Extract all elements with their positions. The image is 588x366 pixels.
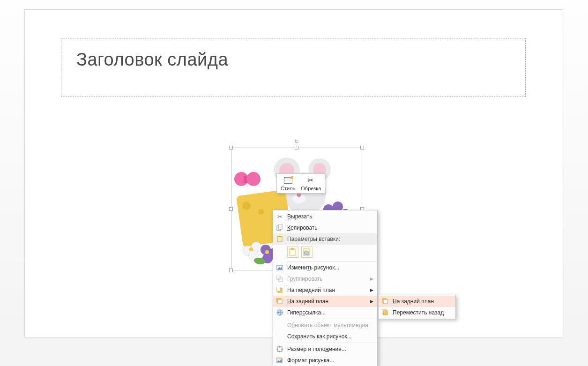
submenu-send-backward-label: Переместить назад bbox=[392, 309, 452, 316]
svg-rect-3 bbox=[279, 236, 281, 237]
svg-point-21 bbox=[281, 358, 283, 359]
menu-group-label: Группировать bbox=[286, 276, 367, 282]
group-icon bbox=[273, 276, 286, 282]
submenu-send-backward[interactable]: Переместить назад bbox=[379, 307, 455, 318]
mini-toolbar-crop-label: Обрезка bbox=[301, 186, 321, 191]
menu-group: Группировать ▶ bbox=[273, 273, 377, 284]
picture-style-icon bbox=[284, 177, 292, 184]
menu-paste-options-label: Параметры вставки: bbox=[286, 236, 373, 242]
submenu-arrow-icon: ▶ bbox=[367, 276, 373, 281]
svg-rect-14 bbox=[276, 287, 281, 291]
svg-rect-5 bbox=[291, 248, 294, 250]
hyperlink-icon bbox=[273, 309, 286, 316]
menu-format-picture[interactable]: Формат рисунка... bbox=[273, 355, 377, 366]
resize-handle-bottom-left[interactable] bbox=[229, 269, 233, 272]
menu-copy-label: опировать bbox=[290, 224, 318, 231]
send-to-back-submenu: На задний план Переместить назад bbox=[378, 295, 456, 319]
menu-change-picture[interactable]: Изменить рисунок... bbox=[273, 262, 377, 273]
scissors-icon: ✂ bbox=[273, 213, 286, 220]
copy-icon bbox=[273, 224, 286, 231]
context-menu: ✂ Вырезать Копировать Параметры вставки:… bbox=[273, 210, 378, 366]
resize-handle-top-right[interactable] bbox=[360, 146, 364, 149]
svg-rect-4 bbox=[290, 249, 295, 255]
menu-bring-to-front[interactable]: На передний план ▶ bbox=[273, 284, 377, 296]
menu-copy[interactable]: Копировать bbox=[273, 222, 377, 233]
svg-rect-12 bbox=[279, 278, 283, 282]
submenu-arrow-icon: ▶ bbox=[367, 288, 373, 292]
svg-rect-7 bbox=[305, 252, 308, 254]
resize-handle-mid-left[interactable] bbox=[229, 207, 233, 211]
size-position-icon bbox=[273, 346, 286, 352]
change-picture-icon bbox=[273, 264, 286, 271]
menu-send-to-back[interactable]: На задний план ▶ bbox=[273, 296, 377, 307]
menu-cut[interactable]: ✂ Вырезать bbox=[273, 211, 377, 222]
mini-toolbar: Стиль ✂ Обрезка bbox=[276, 173, 325, 194]
rotate-handle[interactable]: ↻ bbox=[293, 138, 300, 145]
svg-rect-23 bbox=[383, 299, 387, 304]
svg-rect-16 bbox=[278, 299, 282, 304]
submenu-send-to-back[interactable]: На задний план bbox=[379, 296, 455, 307]
send-to-back-icon bbox=[379, 298, 392, 305]
send-to-back-icon bbox=[273, 298, 286, 305]
paste-option-picture[interactable] bbox=[301, 246, 313, 258]
menu-update-media: Обновить объект мультимедиа bbox=[273, 320, 377, 331]
menu-size-position[interactable]: Размер и положение... bbox=[273, 344, 377, 355]
clipboard-icon bbox=[273, 236, 286, 242]
svg-rect-25 bbox=[383, 311, 387, 315]
bring-to-front-icon bbox=[273, 287, 286, 293]
menu-bring-to-front-label: На передний план bbox=[286, 287, 367, 293]
mini-toolbar-style-label: Стиль bbox=[281, 186, 295, 191]
menu-hyperlink[interactable]: Гиперссылка... bbox=[273, 307, 377, 318]
svg-rect-1 bbox=[278, 224, 282, 229]
svg-rect-11 bbox=[276, 276, 280, 279]
menu-paste-options-header: Параметры вставки: bbox=[273, 233, 377, 245]
send-backward-icon bbox=[379, 309, 392, 316]
menu-save-as-picture[interactable]: Сохранить как рисунок... bbox=[273, 331, 377, 342]
mini-toolbar-style-button[interactable]: Стиль bbox=[278, 175, 298, 192]
crop-icon: ✂ bbox=[307, 177, 315, 184]
paste-option-keep-formatting[interactable] bbox=[287, 246, 298, 258]
paste-options-row bbox=[273, 245, 377, 261]
title-placeholder[interactable]: Заголовок слайда bbox=[61, 38, 526, 97]
mini-toolbar-crop-button[interactable]: ✂ Обрезка bbox=[298, 175, 324, 192]
menu-cut-label: ырезать bbox=[291, 213, 312, 220]
submenu-arrow-icon: ▶ bbox=[367, 299, 373, 304]
resize-handle-top-left[interactable] bbox=[229, 146, 233, 149]
svg-point-8 bbox=[305, 250, 307, 252]
format-picture-icon bbox=[273, 357, 286, 364]
title-placeholder-text: Заголовок слайда bbox=[76, 50, 228, 69]
